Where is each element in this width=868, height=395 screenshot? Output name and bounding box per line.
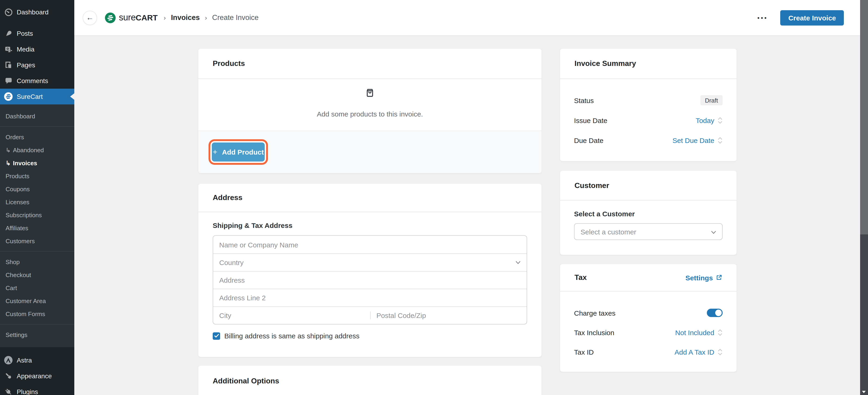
submenu-item-invoices[interactable]: ↳ Invoices xyxy=(0,157,74,169)
chevron-down-icon xyxy=(711,227,716,236)
pages-icon xyxy=(4,60,13,70)
indent-arrow-icon: ↳ xyxy=(6,159,11,166)
sidebar-item-label: Plugins xyxy=(17,388,38,395)
surecart-logo-icon xyxy=(105,12,116,23)
submenu-separator xyxy=(0,324,74,324)
shopping-bag-icon xyxy=(365,87,375,100)
checkbox-checked-icon[interactable] xyxy=(213,332,220,339)
additional-options-card: Additional Options xyxy=(198,366,541,395)
name-field-row xyxy=(213,236,527,254)
sidebar-item-appearance[interactable]: Appearance xyxy=(0,368,74,384)
breadcrumb: › Invoices › Create Invoice xyxy=(164,13,259,22)
submenu-item-orders[interactable]: Orders xyxy=(0,130,74,143)
sidebar-item-label: Posts xyxy=(17,30,33,37)
submenu-item-custom-forms[interactable]: Custom Forms xyxy=(0,307,74,320)
media-icon xyxy=(4,44,13,54)
status-row: Status Draft xyxy=(574,95,723,105)
more-options-icon[interactable]: ••• xyxy=(757,14,768,21)
sidebar-item-comments[interactable]: Comments xyxy=(0,73,74,89)
submenu-item-checkout[interactable]: Checkout xyxy=(0,268,74,281)
back-arrow-icon: ← xyxy=(86,13,94,22)
billing-same-checkbox-row[interactable]: Billing address is same as shipping addr… xyxy=(213,332,527,340)
breadcrumb-invoices[interactable]: Invoices xyxy=(171,13,200,22)
submenu-item-customer-area[interactable]: Customer Area xyxy=(0,294,74,307)
tax-id-control[interactable]: Add A Tax ID xyxy=(675,348,723,356)
sidebar-item-dashboard[interactable]: Dashboard xyxy=(0,4,74,20)
city-input[interactable] xyxy=(213,311,370,319)
sidebar-item-surecart[interactable]: SureCart xyxy=(0,89,74,104)
submenu-item-abandoned[interactable]: ↳ Abandoned xyxy=(0,143,74,157)
submenu-item-settings[interactable]: Settings xyxy=(0,328,74,341)
submenu-separator xyxy=(0,251,74,252)
submenu-item-products[interactable]: Products xyxy=(0,169,74,183)
sidebar-item-astra[interactable]: Astra xyxy=(0,352,74,368)
charge-taxes-toggle[interactable] xyxy=(707,309,723,317)
wp-admin-sidebar: Dashboard Posts Media Pages Commen xyxy=(0,0,74,395)
breadcrumb-create-invoice: Create Invoice xyxy=(212,13,259,22)
astra-icon xyxy=(4,356,13,365)
submenu-item-shop[interactable]: Shop xyxy=(0,255,74,268)
address2-field-row xyxy=(213,289,527,306)
indent-arrow-icon: ↳ xyxy=(6,146,11,154)
sidebar-item-plugins[interactable]: Plugins xyxy=(0,384,74,395)
create-invoice-button[interactable]: Create Invoice xyxy=(780,10,844,25)
customer-card-title: Customer xyxy=(575,181,609,190)
shipping-tax-address-label: Shipping & Tax Address xyxy=(213,221,527,229)
submenu-item-subscriptions[interactable]: Subscriptions xyxy=(0,208,74,221)
sidebar-item-label: Appearance xyxy=(17,372,52,380)
stepper-icon xyxy=(717,348,723,356)
back-button[interactable]: ← xyxy=(83,10,97,25)
scroll-down-arrow-icon[interactable] xyxy=(862,391,866,393)
external-link-icon xyxy=(716,274,722,281)
submenu-item-affiliates[interactable]: Affiliates xyxy=(0,221,74,234)
country-select[interactable]: Country xyxy=(213,254,527,271)
stepper-icon xyxy=(717,116,723,124)
sidebar-item-media[interactable]: Media xyxy=(0,41,74,57)
comments-icon xyxy=(4,76,13,86)
tax-inclusion-row: Tax Inclusion Not Included xyxy=(574,327,723,337)
submenu-item-cart[interactable]: Cart xyxy=(0,281,74,294)
charge-taxes-row: Charge taxes xyxy=(574,308,723,318)
status-badge: Draft xyxy=(700,95,723,105)
products-empty-text: Add some products to this invoice. xyxy=(317,110,423,118)
submenu-item-licenses[interactable]: Licenses xyxy=(0,195,74,208)
sidebar-item-pages[interactable]: Pages xyxy=(0,57,74,73)
submenu-item-customers[interactable]: Customers xyxy=(0,234,74,248)
stepper-icon xyxy=(717,328,723,336)
appearance-icon xyxy=(4,371,13,381)
address-input[interactable] xyxy=(213,271,527,289)
billing-same-label: Billing address is same as shipping addr… xyxy=(224,332,360,340)
submenu-item-coupons[interactable]: Coupons xyxy=(0,183,74,195)
page-scrollbar[interactable] xyxy=(860,0,868,395)
address-field-row xyxy=(213,271,527,289)
city-postal-row xyxy=(213,306,527,324)
address-line-2-input[interactable] xyxy=(213,289,527,306)
address-fieldset: Country xyxy=(213,235,527,324)
chevron-down-icon xyxy=(516,261,521,264)
sidebar-item-label: Dashboard xyxy=(17,8,49,16)
due-date-control[interactable]: Set Due Date xyxy=(673,136,723,144)
invoice-summary-card: Invoice Summary Status Draft Issue Date … xyxy=(560,49,737,161)
tax-id-row: Tax ID Add A Tax ID xyxy=(574,347,723,357)
sidebar-item-posts[interactable]: Posts xyxy=(0,26,74,41)
customer-select[interactable]: Select a customer xyxy=(574,223,723,240)
issue-date-row: Issue Date Today xyxy=(574,115,723,125)
issue-date-control[interactable]: Today xyxy=(696,116,723,124)
surecart-icon xyxy=(4,92,13,101)
sidebar-item-label: Comments xyxy=(17,77,48,85)
tax-inclusion-control[interactable]: Not Included xyxy=(675,328,723,336)
submenu-item-dashboard[interactable]: Dashboard xyxy=(0,109,74,123)
name-or-company-input[interactable] xyxy=(213,236,527,254)
plus-icon: + xyxy=(213,147,217,157)
posts-icon xyxy=(4,29,13,38)
chevron-right-icon: › xyxy=(164,14,166,21)
scrollbar-thumb[interactable] xyxy=(860,0,868,234)
additional-options-title: Additional Options xyxy=(213,377,279,385)
submenu-separator xyxy=(0,126,74,127)
postal-code-input[interactable] xyxy=(370,311,527,319)
products-card: Products Add some products to this invoi… xyxy=(198,49,541,173)
add-product-button[interactable]: + Add Product xyxy=(212,142,265,162)
plugins-icon xyxy=(4,387,13,395)
address-card-title: Address xyxy=(213,194,242,202)
tax-settings-link[interactable]: Settings xyxy=(685,274,722,282)
